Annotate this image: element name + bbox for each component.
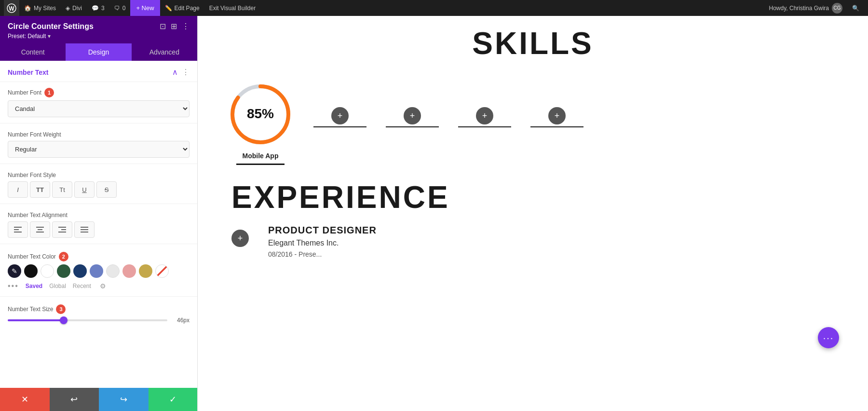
sidebar-title: Circle Counter Settings xyxy=(8,22,94,31)
preset-selector[interactable]: Preset: Default ▾ xyxy=(8,33,190,40)
add-experience-button[interactable]: + xyxy=(231,230,249,247)
color-tab-global[interactable]: Global xyxy=(49,283,66,289)
job-title: PRODUCT DESIGNER xyxy=(268,225,377,236)
edit-page-button[interactable]: ✏️ Edit Page xyxy=(160,0,204,16)
color-swatches: ✎ xyxy=(8,264,190,278)
svg-rect-5 xyxy=(36,227,44,228)
strikethrough-button[interactable]: S xyxy=(96,181,117,198)
circle-underline xyxy=(236,164,285,165)
color-picker-swatch[interactable]: ✎ xyxy=(8,264,21,278)
swatch-dark-blue[interactable] xyxy=(73,264,87,278)
align-left-button[interactable] xyxy=(8,221,28,238)
align-justify-button[interactable] xyxy=(74,221,95,238)
align-center-button[interactable] xyxy=(30,221,50,238)
add-circle-button-4[interactable]: + xyxy=(548,107,566,124)
capitalize-button[interactable]: Tt xyxy=(52,181,72,198)
layout-icon[interactable]: ⊞ xyxy=(171,22,177,31)
svg-rect-2 xyxy=(14,227,22,228)
color-tab-saved[interactable]: Saved xyxy=(26,283,42,289)
more-icon[interactable]: ⋮ xyxy=(182,22,190,31)
number-font-style-field: Number Font Style I TT Tt U S xyxy=(0,166,197,202)
collapse-icon[interactable]: ∧ xyxy=(172,68,178,77)
section-menu-icon[interactable]: ⋮ xyxy=(182,68,190,77)
circle-counter-mobile-app: 85% Mobile App xyxy=(227,81,294,165)
skills-title: SKILLS xyxy=(217,26,849,61)
cancel-button[interactable]: ✕ xyxy=(0,388,50,411)
svg-rect-13 xyxy=(81,232,88,233)
tab-design[interactable]: Design xyxy=(66,43,131,61)
svg-rect-8 xyxy=(58,227,66,228)
comment-icon: 💬 xyxy=(92,5,99,12)
add-column-3: + xyxy=(458,81,511,127)
circle-svg: 85% xyxy=(227,81,294,148)
color-tab-recent[interactable]: Recent xyxy=(73,283,91,289)
number-font-weight-select[interactable]: Regular xyxy=(8,141,190,158)
add-circle-button-1[interactable]: + xyxy=(331,107,349,124)
color-dots[interactable]: ••• xyxy=(8,282,19,290)
align-right-button[interactable] xyxy=(52,221,72,238)
add-column-4: + xyxy=(530,81,583,127)
svg-rect-7 xyxy=(36,232,44,233)
experience-info: PRODUCT DESIGNER Elegant Themes Inc. 08/… xyxy=(268,225,377,258)
badge-3: 3 xyxy=(56,304,66,314)
my-sites-menu[interactable]: 🏠 My Sites xyxy=(19,0,61,16)
swatch-dark-green[interactable] xyxy=(57,264,70,278)
number-text-size-label: Number Text Size 3 xyxy=(8,304,190,314)
resize-icon[interactable]: ⊡ xyxy=(160,22,166,31)
comment-count-menu[interactable]: 🗨 0 xyxy=(109,0,131,16)
avatar: CG xyxy=(832,3,842,14)
size-slider[interactable] xyxy=(8,319,167,321)
wp-logo-icon[interactable]: W xyxy=(4,0,19,16)
admin-bar: W 🏠 My Sites ◈ Divi 💬 3 🗨 0 + New ✏️ Edi… xyxy=(0,0,868,16)
new-button[interactable]: + New xyxy=(130,0,160,16)
font-style-buttons: I TT Tt U S xyxy=(8,181,190,198)
svg-text:85%: 85% xyxy=(247,106,274,121)
sidebar-content: Number Text ∧ ⋮ Number Font 1 Candal xyxy=(0,61,197,411)
add-column-1: + xyxy=(313,81,366,127)
swatch-black[interactable] xyxy=(24,264,38,278)
svg-rect-11 xyxy=(81,227,88,228)
svg-rect-12 xyxy=(81,229,88,230)
section-title: Number Text xyxy=(8,68,49,76)
tab-content[interactable]: Content xyxy=(0,43,66,61)
number-font-select[interactable]: Candal xyxy=(8,100,190,117)
swatch-light-gray[interactable] xyxy=(106,264,120,278)
divi-menu[interactable]: ◈ Divi xyxy=(61,0,87,16)
number-text-size-field: Number Text Size 3 46px xyxy=(0,299,197,328)
floating-menu-button[interactable]: ··· xyxy=(818,327,839,348)
search-button[interactable]: 🔍 xyxy=(847,0,864,16)
tab-advanced[interactable]: Advanced xyxy=(132,43,197,61)
exit-builder-button[interactable]: Exit Visual Builder xyxy=(204,0,261,16)
color-tabs: ••• Saved Global Recent ⚙ xyxy=(8,282,190,290)
add-circle-button-2[interactable]: + xyxy=(404,107,421,124)
add-circle-button-3[interactable]: + xyxy=(476,107,493,124)
experience-row: + PRODUCT DESIGNER Elegant Themes Inc. 0… xyxy=(217,225,849,258)
svg-rect-4 xyxy=(14,232,22,233)
underline-button[interactable]: U xyxy=(74,181,95,198)
settings-sidebar: Circle Counter Settings ⊡ ⊞ ⋮ Preset: De… xyxy=(0,16,198,411)
home-icon: 🏠 xyxy=(24,5,31,12)
user-menu[interactable]: Howdy, Christina Gwira CG xyxy=(764,3,847,14)
edit-icon: ✏️ xyxy=(165,5,172,12)
howdy-text: Howdy, Christina Gwira xyxy=(769,5,829,12)
save-button[interactable]: ✓ xyxy=(149,388,198,411)
add-line-4 xyxy=(530,126,583,127)
size-value: 46px xyxy=(172,317,190,324)
italic-button[interactable]: I xyxy=(8,181,28,198)
undo-button[interactable]: ↩ xyxy=(50,388,99,411)
uppercase-button[interactable]: TT xyxy=(30,181,50,198)
number-font-field: Number Font 1 Candal xyxy=(0,82,197,121)
color-settings-icon[interactable]: ⚙ xyxy=(100,282,106,290)
swatch-gold[interactable] xyxy=(139,264,152,278)
swatch-pink[interactable] xyxy=(122,264,136,278)
swatch-white[interactable] xyxy=(41,264,54,278)
comments-menu[interactable]: 💬 3 xyxy=(87,0,109,16)
skills-circles-row: 85% Mobile App + + + + xyxy=(217,76,849,170)
number-font-label: Number Font 1 xyxy=(8,88,190,97)
swatch-medium-blue[interactable] xyxy=(90,264,103,278)
add-column-2: + xyxy=(386,81,439,127)
number-text-color-field: Number Text Color 2 ✎ ••• xyxy=(0,246,197,294)
redo-button[interactable]: ↪ xyxy=(99,388,149,411)
settings-tabs: Content Design Advanced xyxy=(0,43,197,61)
swatch-none[interactable] xyxy=(155,264,169,278)
